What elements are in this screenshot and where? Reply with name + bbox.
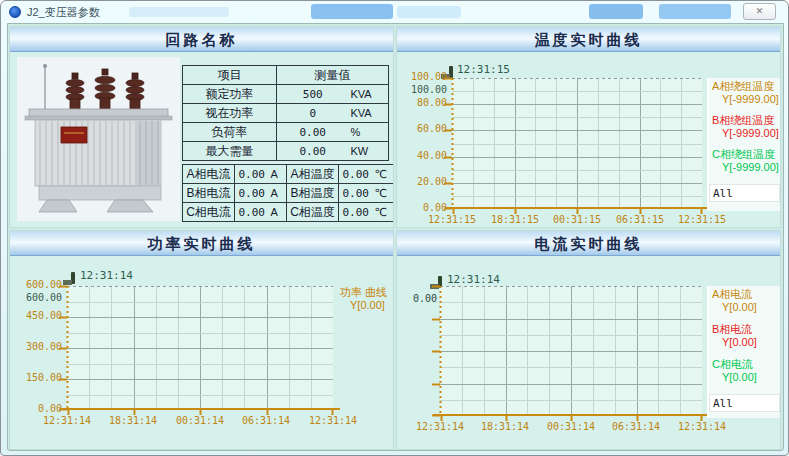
x-tick-label: 06:31:15 bbox=[609, 214, 671, 225]
phase-unit: ℃ bbox=[373, 165, 395, 184]
legend-entry[interactable]: C相绕组温度 Y[-9999.00] bbox=[712, 148, 779, 174]
cursor-value: 0.00 bbox=[396, 293, 437, 304]
x-tick-label: 12:31:14 bbox=[302, 415, 364, 426]
x-tick-label: 12:31:15 bbox=[671, 214, 733, 225]
y-tick-label: 450.00 bbox=[14, 310, 62, 321]
y-tick-label: 80.00 bbox=[399, 97, 447, 108]
y-tick-label: 60.00 bbox=[399, 123, 447, 134]
panel-temperature-header: 温度实时曲线 bbox=[397, 27, 780, 52]
table-row: A相电流 0.00 A A相温度 0.00 ℃ bbox=[183, 165, 395, 184]
table-row: 额定功率 500 KVA bbox=[183, 85, 389, 104]
table-row: C相电流 0.00 A C相温度 0.00 ℃ bbox=[183, 203, 395, 222]
panel-power: 功率实时曲线 12:31:14 600.00 600.00 450.00 300… bbox=[9, 230, 394, 450]
x-tick-label: 12:31:14 bbox=[671, 421, 733, 432]
phase-unit: ℃ bbox=[373, 184, 395, 203]
panel-current-header: 电流实时曲线 bbox=[397, 231, 780, 256]
legend-series-readout: Y[-9999.00] bbox=[712, 127, 779, 140]
app-icon bbox=[9, 6, 21, 18]
phase-value: 0.00 bbox=[235, 165, 269, 184]
row-unit: KW bbox=[349, 142, 389, 161]
legend-entry[interactable]: A相电流 Y[0.00] bbox=[712, 288, 757, 314]
titlebar-ghost-button-5[interactable] bbox=[659, 4, 731, 19]
panel-power-title: 功率实时曲线 bbox=[148, 235, 256, 252]
power-plot-area[interactable] bbox=[67, 286, 333, 410]
row-value: 0.00 bbox=[277, 123, 349, 142]
legend: 功率 曲线 Y[0.00] bbox=[337, 286, 394, 410]
panel-temperature: 温度实时曲线 12:31:15 100.00 100.00 80.00 60.0… bbox=[396, 26, 781, 228]
legend-all[interactable]: All bbox=[709, 184, 780, 202]
legend-series-name: A相绕组温度 bbox=[712, 80, 779, 93]
legend: A相电流 Y[0.00] B相电流 Y[0.00] C相电流 Y[0.00] A… bbox=[707, 286, 780, 418]
current-plot-area[interactable] bbox=[440, 286, 702, 416]
y-tick-label: 150.00 bbox=[14, 372, 62, 383]
legend-series-name: 功率 曲线 bbox=[340, 286, 387, 299]
y-tick-label: 20.00 bbox=[399, 176, 447, 187]
legend-entry[interactable]: 功率 曲线 Y[0.00] bbox=[340, 286, 387, 312]
legend-series-readout: Y[-9999.00] bbox=[712, 93, 779, 106]
transformer-image bbox=[17, 57, 180, 221]
table-row: 最大需量 0.00 KW bbox=[183, 142, 389, 161]
panel-circuit: 回路名称 bbox=[9, 26, 394, 228]
phase-unit: A bbox=[269, 184, 287, 203]
legend-series-readout: Y[0.00] bbox=[712, 301, 757, 314]
cursor-timestamp: 12:31:14 bbox=[80, 269, 133, 282]
x-tick-label: 12:31:15 bbox=[421, 214, 483, 225]
legend-entry[interactable]: B相电流 Y[0.00] bbox=[712, 323, 757, 349]
phase-unit: A bbox=[269, 203, 287, 222]
legend-series-name: B相电流 bbox=[712, 323, 757, 336]
phase-label: C相电流 bbox=[183, 203, 235, 222]
cursor-timestamp: 12:31:14 bbox=[447, 273, 500, 286]
x-tick-label: 18:31:15 bbox=[484, 214, 546, 225]
titlebar-ghost-button-3[interactable] bbox=[397, 6, 461, 18]
x-tick-label: 00:31:14 bbox=[540, 421, 602, 432]
legend-entry[interactable]: C相电流 Y[0.00] bbox=[712, 358, 757, 384]
phase-label: C相温度 bbox=[287, 203, 339, 222]
app-window: J2_变压器参数 ✕ 回路名称 bbox=[0, 0, 789, 456]
legend-series-name: B相绕组温度 bbox=[712, 114, 779, 127]
panel-temperature-title: 温度实时曲线 bbox=[535, 31, 643, 48]
x-tick-label: 18:31:14 bbox=[474, 421, 536, 432]
row-value: 0 bbox=[277, 104, 349, 123]
y-tick-label: 0.00 bbox=[399, 202, 447, 213]
legend-series-readout: Y[0.00] bbox=[340, 299, 387, 312]
table-row: 视在功率 0 KVA bbox=[183, 104, 389, 123]
phase-value: 0.00 bbox=[339, 203, 373, 222]
titlebar-ghost-button-1[interactable] bbox=[129, 7, 229, 17]
row-unit: KVA bbox=[349, 85, 389, 104]
cursor-value: 100.00 bbox=[399, 84, 447, 95]
x-tick-label: 00:31:14 bbox=[169, 415, 231, 426]
x-tick-label: 00:31:15 bbox=[546, 214, 608, 225]
y-tick-label: 100.00 bbox=[399, 71, 447, 82]
phase-label: A相电流 bbox=[183, 165, 235, 184]
y-tick-label: 600.00 bbox=[14, 279, 62, 290]
row-label: 额定功率 bbox=[183, 85, 277, 104]
phase-label: A相温度 bbox=[287, 165, 339, 184]
x-tick-label: 06:31:14 bbox=[235, 415, 297, 426]
legend-series-readout: Y[0.00] bbox=[712, 371, 757, 384]
phase-label: B相电流 bbox=[183, 184, 235, 203]
titlebar-ghost-button-4[interactable] bbox=[589, 4, 643, 19]
y-tick-label: 300.00 bbox=[14, 341, 62, 352]
x-tick-label: 12:31:14 bbox=[36, 415, 98, 426]
legend-entry[interactable]: B相绕组温度 Y[-9999.00] bbox=[712, 114, 779, 140]
phase-value: 0.00 bbox=[235, 184, 269, 203]
legend-all[interactable]: All bbox=[709, 394, 780, 412]
table-row: B相电流 0.00 A B相温度 0.00 ℃ bbox=[183, 184, 395, 203]
legend-series-readout: Y[0.00] bbox=[712, 336, 757, 349]
titlebar-ghost-button-2[interactable] bbox=[311, 4, 393, 19]
phase-label: B相温度 bbox=[287, 184, 339, 203]
close-icon[interactable]: ✕ bbox=[743, 3, 776, 20]
panel-current-title: 电流实时曲线 bbox=[535, 235, 643, 252]
phase-unit: A bbox=[269, 165, 287, 184]
legend-entry[interactable]: A相绕组温度 Y[-9999.00] bbox=[712, 80, 779, 106]
row-unit: KVA bbox=[349, 104, 389, 123]
table-row: 项目 测量值 bbox=[183, 66, 389, 85]
row-label: 最大需量 bbox=[183, 142, 277, 161]
titlebar: J2_变压器参数 ✕ bbox=[1, 1, 788, 23]
row-label: 负荷率 bbox=[183, 123, 277, 142]
window-title: J2_变压器参数 bbox=[27, 5, 100, 20]
panel-circuit-title: 回路名称 bbox=[166, 31, 238, 48]
temperature-plot-area[interactable] bbox=[452, 78, 702, 209]
x-tick-label: 12:31:14 bbox=[409, 421, 471, 432]
panel-power-header: 功率实时曲线 bbox=[10, 231, 393, 256]
